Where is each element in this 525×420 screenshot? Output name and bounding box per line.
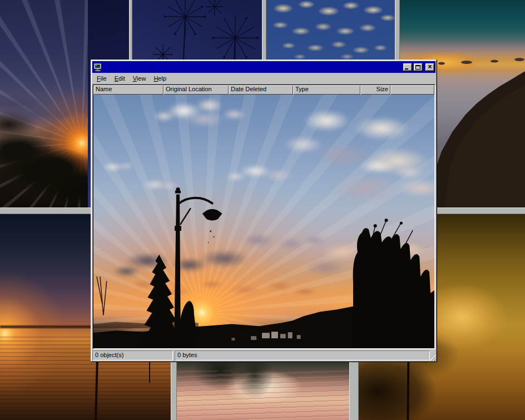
menu-help[interactable]: Help	[150, 74, 170, 83]
titlebar[interactable]: ×	[92, 61, 435, 73]
column-header-type[interactable]: Type	[293, 85, 360, 95]
content-photo-silhouettes	[93, 95, 434, 348]
menu-bar[interactable]: File Edit View Help	[92, 73, 435, 84]
close-button[interactable]: ×	[425, 63, 434, 71]
column-header-name[interactable]: Name	[93, 85, 164, 95]
column-header-row: Name Original Location Date Deleted Type…	[93, 85, 434, 95]
minimize-icon	[405, 68, 408, 70]
column-header-date-deleted[interactable]: Date Deleted	[229, 85, 293, 95]
minimize-button[interactable]	[403, 63, 412, 71]
folder-content-area[interactable]	[93, 95, 434, 348]
menu-edit[interactable]: Edit	[111, 74, 129, 83]
maximize-icon	[415, 65, 420, 70]
menu-file[interactable]: File	[93, 74, 111, 83]
list-view: Name Original Location Date Deleted Type…	[92, 84, 435, 349]
column-header-original-location[interactable]: Original Location	[164, 85, 229, 95]
computer-icon	[93, 63, 102, 72]
desktop: × File Edit View Help Name Original Loca…	[0, 0, 525, 420]
recycle-bin-window[interactable]: × File Edit View Help Name Original Loca…	[91, 60, 437, 362]
status-bar: 0 object(s) 0 bytes	[92, 350, 435, 360]
close-icon: ×	[425, 63, 434, 71]
maximize-button[interactable]	[414, 63, 423, 71]
column-header-size[interactable]: Size	[360, 85, 390, 95]
menu-view[interactable]: View	[129, 74, 150, 83]
column-header-blank[interactable]	[390, 85, 434, 95]
wallpaper-photo-sunset-rays	[0, 0, 88, 207]
status-object-count: 0 object(s)	[92, 350, 173, 360]
status-byte-count: 0 bytes	[175, 350, 430, 360]
